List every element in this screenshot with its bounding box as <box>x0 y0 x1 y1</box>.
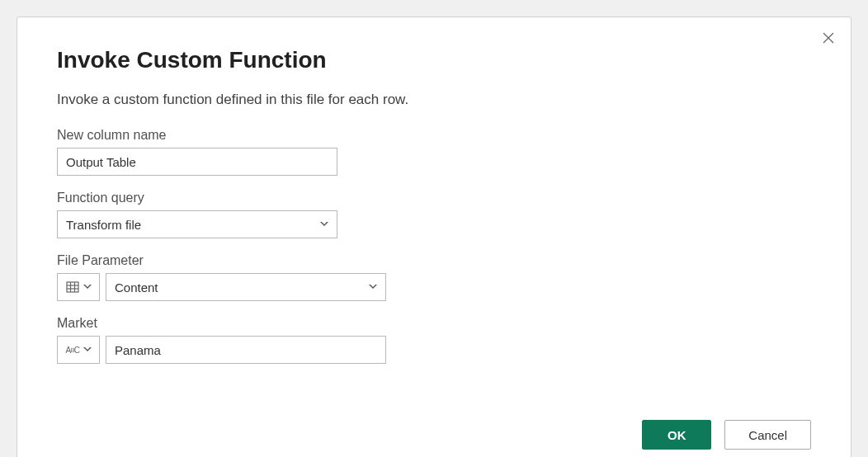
invoke-custom-function-dialog: Invoke Custom Function Invoke a custom f… <box>17 16 851 457</box>
file-parameter-type-selector[interactable] <box>57 273 100 301</box>
dialog-content: Invoke Custom Function Invoke a custom f… <box>17 17 851 398</box>
new-column-name-input[interactable] <box>57 148 337 176</box>
ok-button[interactable]: OK <box>642 420 711 450</box>
market-type-selector[interactable]: ABC <box>57 336 100 364</box>
dropdown-value: Content <box>115 280 158 294</box>
field-new-column-name: New column name <box>57 128 811 176</box>
dialog-title: Invoke Custom Function <box>57 47 811 73</box>
field-label: Function query <box>57 191 811 205</box>
market-input[interactable] <box>106 336 386 364</box>
svg-rect-2 <box>67 282 78 292</box>
cancel-button[interactable]: Cancel <box>724 420 811 450</box>
dropdown-value: Transform file <box>66 218 141 232</box>
abc-icon: ABC <box>65 342 80 357</box>
field-market: Market ABC <box>57 316 811 364</box>
function-query-dropdown[interactable]: Transform file <box>57 210 337 238</box>
chevron-down-icon <box>83 285 92 290</box>
close-button[interactable] <box>821 31 836 45</box>
dialog-footer: OK Cancel <box>642 420 811 450</box>
chevron-down-icon <box>320 222 328 227</box>
chevron-down-icon <box>83 347 92 352</box>
table-icon <box>65 280 80 294</box>
file-parameter-dropdown[interactable]: Content <box>106 273 386 301</box>
field-label: File Parameter <box>57 253 811 268</box>
chevron-down-icon <box>369 285 377 290</box>
field-label: Market <box>57 316 811 331</box>
field-function-query: Function query Transform file <box>57 191 811 238</box>
dialog-subtitle: Invoke a custom function defined in this… <box>57 92 811 108</box>
field-label: New column name <box>57 128 811 143</box>
field-file-parameter: File Parameter <box>57 253 811 301</box>
close-icon <box>822 31 835 45</box>
